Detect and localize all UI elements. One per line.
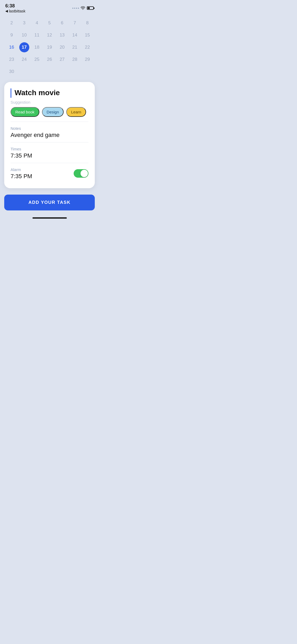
cal-empty-1 xyxy=(18,66,31,78)
back-label: lastbittask xyxy=(9,9,25,13)
task-title-section: Watch movie xyxy=(11,88,88,98)
add-task-button[interactable]: ADD YOUR TASK xyxy=(4,195,95,210)
divider-2 xyxy=(11,142,88,142)
back-navigation[interactable]: ◀ lastbittask xyxy=(5,9,25,13)
cal-day-15[interactable]: 15 xyxy=(81,29,94,41)
cal-day-28[interactable]: 28 xyxy=(68,53,81,66)
today-circle: 17 xyxy=(19,42,29,52)
cal-day-25[interactable]: 25 xyxy=(31,53,43,66)
cal-day-3[interactable]: 3 xyxy=(18,17,31,29)
cal-empty-2 xyxy=(31,66,43,78)
alarm-value[interactable]: 7:35 PM xyxy=(11,173,32,180)
cal-day-7[interactable]: 7 xyxy=(68,17,81,29)
status-time: 6:38 xyxy=(5,3,25,9)
task-title[interactable]: Watch movie xyxy=(15,88,60,98)
toggle-knob xyxy=(81,170,88,177)
calendar-grid: 2 3 4 5 6 7 8 9 10 11 12 13 14 15 16 17 … xyxy=(5,17,94,78)
cal-day-20[interactable]: 20 xyxy=(56,41,68,53)
cal-empty-5 xyxy=(68,66,81,78)
suggestion-chips: Read book Design Learn xyxy=(11,107,88,117)
battery-icon xyxy=(87,6,94,10)
divider-3 xyxy=(11,163,88,163)
notes-label: Notes xyxy=(11,126,88,131)
add-btn-container: ADD YOUR TASK xyxy=(0,188,99,215)
chip-read-book[interactable]: Read book xyxy=(11,107,39,117)
cal-empty-3 xyxy=(43,66,56,78)
alarm-left: Alarm 7:35 PM xyxy=(11,167,32,180)
signal-dots-icon xyxy=(72,8,79,9)
times-section: Times 7:35 PM xyxy=(11,147,88,159)
alarm-label: Alarm xyxy=(11,167,32,172)
cal-day-26[interactable]: 26 xyxy=(43,53,56,66)
alarm-toggle[interactable] xyxy=(74,169,88,178)
times-value[interactable]: 7:35 PM xyxy=(11,152,88,159)
calendar: 2 3 4 5 6 7 8 9 10 11 12 13 14 15 16 17 … xyxy=(0,14,99,82)
status-bar: 6:38 ◀ lastbittask xyxy=(0,0,99,14)
cal-day-17-today[interactable]: 17 xyxy=(18,41,31,53)
svg-point-0 xyxy=(83,9,83,10)
cal-day-22[interactable]: 22 xyxy=(81,41,94,53)
alarm-section: Alarm 7:35 PM xyxy=(11,167,88,180)
cal-day-19[interactable]: 19 xyxy=(43,41,56,53)
alarm-row: Alarm 7:35 PM xyxy=(11,167,88,180)
status-left: 6:38 ◀ lastbittask xyxy=(5,3,25,13)
cal-day-16[interactable]: 16 xyxy=(5,41,18,53)
cal-day-18[interactable]: 18 xyxy=(31,41,43,53)
chip-learn[interactable]: Learn xyxy=(66,107,86,117)
cal-day-9[interactable]: 9 xyxy=(5,29,18,41)
title-left-bar xyxy=(11,88,11,98)
home-indicator xyxy=(0,215,99,221)
cal-day-4[interactable]: 4 xyxy=(31,17,43,29)
cal-empty-6 xyxy=(81,66,94,78)
times-label: Times xyxy=(11,147,88,151)
cal-day-8[interactable]: 8 xyxy=(81,17,94,29)
cal-day-6[interactable]: 6 xyxy=(56,17,68,29)
cal-day-12[interactable]: 12 xyxy=(43,29,56,41)
suggestion-label: Suggestion xyxy=(11,100,88,104)
home-bar xyxy=(32,217,67,219)
cal-day-27[interactable]: 27 xyxy=(56,53,68,66)
cal-day-2[interactable]: 2 xyxy=(5,17,18,29)
chip-design[interactable]: Design xyxy=(42,107,64,117)
back-chevron-icon: ◀ xyxy=(5,9,8,13)
notes-value[interactable]: Avenger end game xyxy=(11,132,88,139)
cal-day-10[interactable]: 10 xyxy=(18,29,31,41)
cal-day-14[interactable]: 14 xyxy=(68,29,81,41)
cal-day-23[interactable]: 23 xyxy=(5,53,18,66)
wifi-icon xyxy=(81,6,85,10)
cal-day-29[interactable]: 29 xyxy=(81,53,94,66)
cal-empty-4 xyxy=(56,66,68,78)
status-icons xyxy=(72,6,94,10)
cal-day-13[interactable]: 13 xyxy=(56,29,68,41)
cal-day-5[interactable]: 5 xyxy=(43,17,56,29)
cal-day-11[interactable]: 11 xyxy=(31,29,43,41)
notes-section: Notes Avenger end game xyxy=(11,126,88,139)
task-card: Watch movie Suggestion Read book Design … xyxy=(4,82,95,188)
cal-day-24[interactable]: 24 xyxy=(18,53,31,66)
cal-day-30[interactable]: 30 xyxy=(5,66,18,78)
divider-1 xyxy=(11,122,88,122)
cal-day-21[interactable]: 21 xyxy=(68,41,81,53)
